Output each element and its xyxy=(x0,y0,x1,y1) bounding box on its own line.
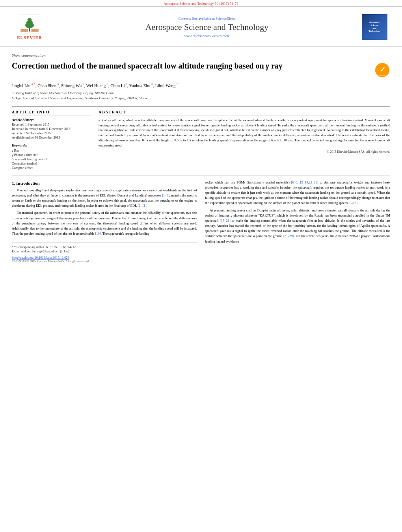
ref-6-8: [6–8, 12–14,22–25] xyxy=(291,180,318,184)
body-para-1: Manned spaceflight and deep-space explor… xyxy=(12,188,197,209)
top-bar: Aerospace Science and Technology 50 (201… xyxy=(0,0,402,7)
ref-21-29: [21–29] xyxy=(283,234,294,238)
keyword-3: Spacecraft landing control xyxy=(12,157,91,161)
accepted-date: Accepted 24 December 2015 xyxy=(12,131,51,135)
body-para-3: rocket which can use FGMs (functionally … xyxy=(205,180,390,206)
body-text-right: rocket which can use FGMs (functionally … xyxy=(205,180,390,244)
keywords-section: Keywords: γ Ray γ Photons altimeter Spac… xyxy=(12,143,91,170)
journal-center-info: Contents lists available at ScienceDirec… xyxy=(55,17,359,38)
affiliations: a Beijing Institute of Space Mechanics &… xyxy=(12,91,390,101)
history-label: Article history: xyxy=(12,118,91,122)
article-history: Article history: Received 1 September 20… xyxy=(12,118,91,139)
body-text-left: Manned spaceflight and deep-space explor… xyxy=(12,188,197,237)
svg-point-5 xyxy=(28,18,32,22)
body-para-2: For manned spacecraft, in order to prote… xyxy=(12,210,197,236)
keywords-label: Keywords: xyxy=(12,143,91,147)
ref-10: [10] xyxy=(95,232,100,235)
ref-17-21: [17–21] xyxy=(220,219,231,222)
keyword-4: Correction method xyxy=(12,161,91,165)
crossmark-logo[interactable]: ✓ CrossMark xyxy=(374,62,390,78)
main-content: Short communication Correction method of… xyxy=(0,47,402,271)
section1-heading: 1. Introduction xyxy=(12,181,197,185)
available-row: Available online 30 December 2015 xyxy=(12,135,91,139)
journal-reference: Aerospace Science and Technology 50 (201… xyxy=(164,2,238,6)
svg-text:CrossMark: CrossMark xyxy=(378,74,387,76)
elsevier-label: ELSEVIER xyxy=(17,35,42,40)
divider-top xyxy=(12,106,390,107)
revised-date: Received in revised form 9 December 2015 xyxy=(12,127,70,131)
footer-section: * * Corresponding author. Tel.: +86 010 … xyxy=(12,243,197,263)
ast-logo-box: AerospaceScienceandTechnology xyxy=(362,14,387,40)
body-two-col: 1. Introduction Manned spaceflight and d… xyxy=(12,180,390,263)
abstract-text: γ photons altimeter, which is a low alti… xyxy=(99,118,390,148)
svg-rect-7 xyxy=(32,29,39,32)
footnote-corresponding: * * Corresponding author. Tel.: +86 010 … xyxy=(12,245,197,249)
title-section: Correction method of the manned spacecra… xyxy=(12,61,390,78)
body-col-right: rocket which can use FGMs (functionally … xyxy=(205,180,390,263)
footnote-star: * xyxy=(12,245,13,249)
received-row: Received 1 September 2015 xyxy=(12,122,91,126)
svg-rect-6 xyxy=(20,29,28,32)
journal-url[interactable]: www.elsevier.com/locate/aescte xyxy=(55,34,359,38)
keyword-2: γ Photons altimeter xyxy=(12,153,91,157)
page: Aerospace Science and Technology 50 (201… xyxy=(0,0,402,532)
contents-available-line: Contents lists available at ScienceDirec… xyxy=(55,17,359,20)
accepted-row: Accepted 24 December 2015 xyxy=(12,131,91,135)
received-date: Received 1 September 2015 xyxy=(12,122,50,126)
ref-9-15: [9–15] xyxy=(348,201,357,205)
elsevier-logo-area: ELSEVIER xyxy=(8,11,55,43)
article-info-left: ARTICLE INFO Article history: Received 1… xyxy=(12,110,91,170)
footnote-email: E-mail address: linjingle@naa.edu.cn (J.… xyxy=(12,250,197,253)
abstract-section: ABSTRACT γ photons altimeter, which is a… xyxy=(99,110,390,170)
body-col-left: 1. Introduction Manned spaceflight and d… xyxy=(12,180,197,263)
keyword-1: γ Ray xyxy=(12,148,91,152)
article-type: Short communication xyxy=(12,51,390,57)
ref-1-11: [1–11] xyxy=(138,204,146,208)
article-title: Correction method of the manned spacecra… xyxy=(12,61,374,71)
ref-1-5: [1–5] xyxy=(162,193,169,197)
affiliation-b: b Department of Instrument Science and E… xyxy=(12,96,147,100)
elsevier-logo: ELSEVIER xyxy=(17,15,42,40)
revised-row: Received in revised form 9 December 2015 xyxy=(12,127,91,131)
body-divider xyxy=(12,176,390,176)
abstract-title: ABSTRACT xyxy=(99,110,390,115)
elsevier-tree-icon xyxy=(18,15,41,34)
ast-logo-area: AerospaceScienceandTechnology xyxy=(359,14,390,40)
body-para-4: At present, landing sensor such as Doppl… xyxy=(205,208,390,244)
affiliation-a: a Beijing Institute of Space Mechanics &… xyxy=(12,91,114,95)
journal-header: ELSEVIER Contents lists available at Sci… xyxy=(0,7,402,47)
keyword-5: Compton effect xyxy=(12,166,91,170)
svg-text:✓: ✓ xyxy=(380,66,385,74)
article-info-title: ARTICLE INFO xyxy=(12,110,91,115)
authors: Jinglei Liu a,*, Chao Shen a, Shitong Wu… xyxy=(12,82,390,89)
issn-line: 1270-9638/© 2015 Elsevier Masson SAS. Al… xyxy=(12,260,197,263)
doi-link[interactable]: http://dx.doi.org/10.1016/j.ast.2015.12.… xyxy=(12,256,197,260)
sciencedirect-link[interactable]: ScienceDirect xyxy=(216,17,235,20)
copyright-line: © 2015 Elsevier Masson SAS. All rights r… xyxy=(99,150,390,154)
available-date: Available online 30 December 2015 xyxy=(12,135,60,139)
journal-title: Aerospace Science and Technology xyxy=(55,22,359,32)
article-info-section: ARTICLE INFO Article history: Received 1… xyxy=(12,110,390,170)
